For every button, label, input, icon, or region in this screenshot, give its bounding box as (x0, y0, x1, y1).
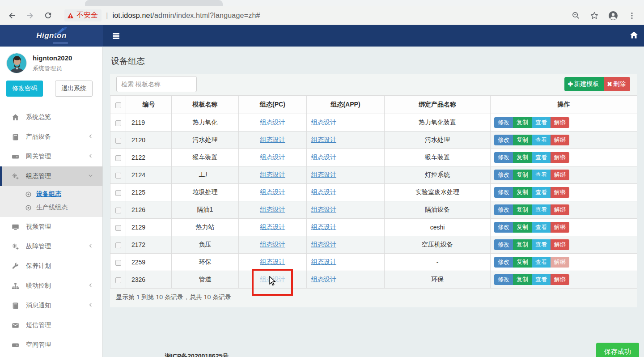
copy-button[interactable]: 复制 (513, 187, 532, 198)
row-checkbox[interactable] (115, 173, 121, 178)
row-checkbox[interactable] (115, 208, 121, 213)
view-button[interactable]: 查看 (532, 117, 551, 128)
brand-logo[interactable]: Hignton (0, 25, 103, 47)
sidebar-item-3[interactable]: 组态管理 (0, 166, 102, 186)
row-checkbox[interactable] (115, 190, 121, 196)
home-icon[interactable] (630, 31, 638, 41)
pc-config-link[interactable]: 组态设计 (260, 241, 285, 248)
pc-config-link[interactable]: 组态设计 (260, 223, 285, 230)
submenu-item-0[interactable]: 设备组态 (0, 187, 102, 201)
modify-button[interactable]: 修改 (494, 187, 513, 198)
reload-icon[interactable] (42, 10, 54, 21)
row-checkbox[interactable] (115, 155, 121, 161)
unbind-button[interactable]: 解绑 (551, 152, 569, 163)
pc-config-link[interactable]: 组态设计 (260, 119, 285, 126)
select-all-checkbox[interactable] (115, 102, 121, 108)
modify-button[interactable]: 修改 (494, 117, 513, 128)
app-config-link[interactable]: 组态设计 (311, 153, 336, 161)
sidebar-toggle-icon[interactable] (110, 30, 122, 42)
copy-button[interactable]: 复制 (513, 222, 532, 233)
profile-avatar-icon[interactable] (607, 10, 619, 21)
submenu-item-1[interactable]: 生产线组态 (0, 201, 102, 214)
app-config-link[interactable]: 组态设计 (311, 276, 336, 283)
app-config-link[interactable]: 组态设计 (311, 258, 336, 265)
sidebar-item-8[interactable]: 消息通知 (0, 296, 102, 315)
unbind-button[interactable]: 解绑 (551, 187, 569, 198)
copy-button[interactable]: 复制 (513, 135, 532, 145)
pc-config-link[interactable]: 组态设计 (260, 153, 285, 161)
pc-config-link[interactable]: 组态设计 (260, 258, 285, 265)
view-button[interactable]: 查看 (532, 204, 551, 215)
sidebar-item-6[interactable]: 保养计划 (0, 256, 102, 276)
delete-button[interactable]: ✖删除 (604, 77, 630, 91)
row-checkbox[interactable] (115, 277, 121, 283)
sidebar-item-4[interactable]: 视频管理 (0, 217, 102, 237)
sidebar-item-0[interactable]: 系统总览 (0, 107, 102, 127)
modify-button[interactable]: 修改 (494, 274, 513, 285)
unbind-button[interactable]: 解绑 (551, 135, 569, 145)
modify-button[interactable]: 修改 (494, 239, 513, 250)
copy-button[interactable]: 复制 (513, 274, 532, 285)
pc-config-link[interactable]: 组态设计 (260, 136, 285, 143)
search-input[interactable] (116, 76, 197, 92)
copy-button[interactable]: 复制 (513, 257, 532, 268)
avatar[interactable] (6, 53, 27, 73)
copy-button[interactable]: 复制 (513, 204, 532, 215)
view-button[interactable]: 查看 (532, 135, 551, 145)
view-button[interactable]: 查看 (532, 239, 551, 250)
logout-button[interactable]: 退出系统 (55, 81, 93, 97)
copy-button[interactable]: 复制 (513, 170, 532, 180)
unbind-button[interactable]: 解绑 (551, 239, 569, 250)
sidebar-item-9[interactable]: 短信管理 (0, 315, 102, 335)
modify-button[interactable]: 修改 (494, 135, 513, 145)
app-config-link[interactable]: 组态设计 (311, 206, 336, 213)
unbind-button[interactable]: 解绑 (551, 274, 569, 285)
pc-config-link[interactable]: 组态设计 (260, 276, 285, 283)
row-checkbox[interactable] (115, 138, 121, 144)
view-button[interactable]: 查看 (532, 274, 551, 285)
modify-button[interactable]: 修改 (494, 170, 513, 180)
app-config-link[interactable]: 组态设计 (311, 223, 336, 230)
modify-button[interactable]: 修改 (494, 257, 513, 268)
sidebar-item-10[interactable]: 空间管理 (0, 335, 102, 355)
sidebar-item-5[interactable]: 故障管理 (0, 237, 102, 256)
view-button[interactable]: 查看 (532, 222, 551, 233)
zoom-out-icon[interactable] (570, 10, 581, 21)
address-bar[interactable]: 不安全 | iot.idosp.net/admin/index.html?lan… (64, 9, 563, 21)
new-template-button[interactable]: ✚新建模板 (564, 77, 604, 91)
row-checkbox[interactable] (115, 225, 121, 231)
app-config-link[interactable]: 组态设计 (311, 119, 336, 126)
row-checkbox[interactable] (115, 260, 121, 266)
row-checkbox[interactable] (115, 242, 121, 248)
view-button[interactable]: 查看 (532, 170, 551, 180)
sidebar-item-2[interactable]: 网关管理 (0, 147, 102, 166)
browser-tab[interactable] (85, 0, 223, 6)
app-config-link[interactable]: 组态设计 (311, 136, 336, 143)
view-button[interactable]: 查看 (532, 187, 551, 198)
app-config-link[interactable]: 组态设计 (311, 171, 336, 178)
sidebar-item-7[interactable]: 联动控制 (0, 276, 102, 296)
modify-button[interactable]: 修改 (494, 152, 513, 163)
bookmark-star-icon[interactable] (589, 10, 600, 21)
copy-button[interactable]: 复制 (513, 239, 532, 250)
app-config-link[interactable]: 组态设计 (311, 241, 336, 248)
change-password-button[interactable]: 修改密码 (6, 81, 43, 97)
copy-button[interactable]: 复制 (513, 117, 532, 128)
pc-config-link[interactable]: 组态设计 (260, 188, 285, 196)
unbind-button[interactable]: 解绑 (551, 257, 569, 268)
unbind-button[interactable]: 解绑 (551, 204, 569, 215)
browser-menu-icon[interactable] (626, 10, 638, 21)
app-config-link[interactable]: 组态设计 (311, 188, 336, 196)
unbind-button[interactable]: 解绑 (551, 117, 569, 128)
copy-button[interactable]: 复制 (513, 152, 532, 163)
pc-config-link[interactable]: 组态设计 (260, 171, 285, 178)
unbind-button[interactable]: 解绑 (551, 222, 569, 233)
unbind-button[interactable]: 解绑 (551, 170, 569, 180)
row-checkbox[interactable] (115, 120, 121, 126)
modify-button[interactable]: 修改 (494, 204, 513, 215)
view-button[interactable]: 查看 (532, 257, 551, 268)
back-icon[interactable] (6, 10, 18, 21)
view-button[interactable]: 查看 (532, 152, 551, 163)
security-warning[interactable]: 不安全 (64, 9, 102, 21)
sidebar-item-1[interactable]: 产品设备 (0, 127, 102, 147)
